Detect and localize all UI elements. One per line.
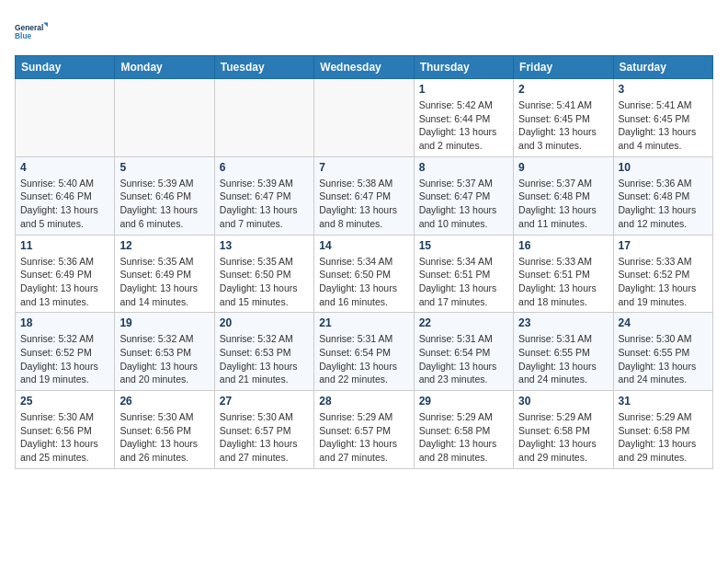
day-info: Sunrise: 5:30 AMSunset: 6:57 PMDaylight:… (220, 410, 309, 465)
day-info: Sunrise: 5:30 AMSunset: 6:55 PMDaylight:… (619, 332, 708, 386)
calendar-cell: 26Sunrise: 5:30 AMSunset: 6:56 PMDayligh… (115, 391, 214, 469)
day-number: 4 (20, 161, 109, 174)
day-info: Sunrise: 5:31 AMSunset: 6:55 PMDaylight:… (518, 332, 608, 386)
calendar-cell: 24Sunrise: 5:30 AMSunset: 6:55 PMDayligh… (613, 313, 712, 391)
day-info: Sunrise: 5:39 AMSunset: 6:46 PMDaylight:… (119, 177, 209, 231)
calendar-cell: 13Sunrise: 5:35 AMSunset: 6:50 PMDayligh… (214, 235, 313, 313)
day-number: 8 (419, 161, 508, 174)
day-number: 7 (319, 161, 408, 174)
weekday-header-row: SundayMondayTuesdayWednesdayThursdayFrid… (16, 56, 713, 79)
svg-marker-2 (43, 22, 48, 27)
calendar-cell: 9Sunrise: 5:37 AMSunset: 6:48 PMDaylight… (514, 156, 613, 235)
calendar-cell (214, 79, 313, 157)
day-number: 2 (518, 83, 608, 96)
weekday-header: Tuesday (214, 56, 313, 79)
calendar-cell: 21Sunrise: 5:31 AMSunset: 6:54 PMDayligh… (314, 313, 414, 391)
calendar-cell: 4Sunrise: 5:40 AMSunset: 6:46 PMDaylight… (16, 156, 115, 235)
calendar-cell: 3Sunrise: 5:41 AMSunset: 6:45 PMDaylight… (613, 79, 712, 157)
day-info: Sunrise: 5:33 AMSunset: 6:52 PMDaylight:… (619, 255, 708, 309)
day-number: 1 (419, 83, 508, 96)
day-number: 5 (119, 161, 209, 174)
day-number: 18 (20, 316, 109, 329)
day-info: Sunrise: 5:32 AMSunset: 6:52 PMDaylight:… (20, 332, 109, 386)
calendar-cell: 2Sunrise: 5:41 AMSunset: 6:45 PMDaylight… (514, 79, 613, 157)
day-number: 26 (119, 395, 209, 408)
calendar-cell: 11Sunrise: 5:36 AMSunset: 6:49 PMDayligh… (16, 235, 115, 313)
day-number: 13 (220, 239, 309, 252)
calendar-cell: 1Sunrise: 5:42 AMSunset: 6:44 PMDaylight… (414, 79, 513, 157)
calendar-cell: 28Sunrise: 5:29 AMSunset: 6:57 PMDayligh… (314, 391, 414, 469)
day-info: Sunrise: 5:36 AMSunset: 6:48 PMDaylight:… (619, 177, 708, 231)
day-info: Sunrise: 5:33 AMSunset: 6:51 PMDaylight:… (518, 255, 608, 309)
day-number: 6 (220, 161, 309, 174)
calendar-cell: 8Sunrise: 5:37 AMSunset: 6:47 PMDaylight… (414, 156, 513, 235)
day-info: Sunrise: 5:41 AMSunset: 6:45 PMDaylight:… (619, 98, 708, 153)
day-info: Sunrise: 5:42 AMSunset: 6:44 PMDaylight:… (419, 98, 508, 153)
day-number: 15 (419, 239, 508, 252)
day-info: Sunrise: 5:34 AMSunset: 6:50 PMDaylight:… (319, 255, 408, 309)
calendar-cell: 17Sunrise: 5:33 AMSunset: 6:52 PMDayligh… (613, 235, 712, 313)
day-number: 21 (319, 316, 408, 329)
calendar-week-row: 1Sunrise: 5:42 AMSunset: 6:44 PMDaylight… (16, 79, 713, 157)
day-info: Sunrise: 5:35 AMSunset: 6:49 PMDaylight:… (119, 255, 209, 309)
weekday-header: Sunday (16, 56, 115, 79)
day-number: 17 (619, 239, 708, 252)
calendar-week-row: 18Sunrise: 5:32 AMSunset: 6:52 PMDayligh… (16, 313, 713, 391)
calendar-cell: 12Sunrise: 5:35 AMSunset: 6:49 PMDayligh… (115, 235, 214, 313)
day-info: Sunrise: 5:37 AMSunset: 6:47 PMDaylight:… (419, 177, 508, 231)
day-number: 14 (319, 239, 408, 252)
calendar-week-row: 11Sunrise: 5:36 AMSunset: 6:49 PMDayligh… (16, 235, 713, 313)
calendar-cell: 25Sunrise: 5:30 AMSunset: 6:56 PMDayligh… (16, 391, 115, 469)
svg-text:General: General (15, 23, 43, 32)
calendar-cell: 19Sunrise: 5:32 AMSunset: 6:53 PMDayligh… (115, 313, 214, 391)
day-info: Sunrise: 5:35 AMSunset: 6:50 PMDaylight:… (220, 255, 309, 309)
calendar-cell: 22Sunrise: 5:31 AMSunset: 6:54 PMDayligh… (414, 313, 513, 391)
day-number: 9 (518, 161, 608, 174)
day-number: 28 (319, 395, 408, 408)
calendar-cell: 5Sunrise: 5:39 AMSunset: 6:46 PMDaylight… (115, 156, 214, 235)
day-number: 23 (518, 316, 608, 329)
calendar-week-row: 25Sunrise: 5:30 AMSunset: 6:56 PMDayligh… (16, 391, 713, 469)
day-number: 3 (619, 83, 708, 96)
logo: General Blue (15, 15, 48, 48)
calendar-week-row: 4Sunrise: 5:40 AMSunset: 6:46 PMDaylight… (16, 156, 713, 235)
day-number: 24 (619, 316, 708, 329)
calendar-table: SundayMondayTuesdayWednesdayThursdayFrid… (15, 55, 713, 469)
calendar-cell: 29Sunrise: 5:29 AMSunset: 6:58 PMDayligh… (414, 391, 513, 469)
day-info: Sunrise: 5:29 AMSunset: 6:57 PMDaylight:… (319, 410, 408, 465)
day-info: Sunrise: 5:30 AMSunset: 6:56 PMDaylight:… (20, 410, 109, 465)
day-number: 19 (119, 316, 209, 329)
weekday-header: Monday (115, 56, 214, 79)
calendar-cell (314, 79, 414, 157)
svg-text:Blue: Blue (15, 31, 32, 40)
day-info: Sunrise: 5:37 AMSunset: 6:48 PMDaylight:… (518, 177, 608, 231)
calendar-cell: 27Sunrise: 5:30 AMSunset: 6:57 PMDayligh… (214, 391, 313, 469)
weekday-header: Wednesday (314, 56, 414, 79)
day-number: 25 (20, 395, 109, 408)
calendar-cell: 30Sunrise: 5:29 AMSunset: 6:58 PMDayligh… (514, 391, 613, 469)
logo-svg: General Blue (15, 15, 48, 48)
day-info: Sunrise: 5:36 AMSunset: 6:49 PMDaylight:… (20, 255, 109, 309)
day-info: Sunrise: 5:32 AMSunset: 6:53 PMDaylight:… (119, 332, 209, 386)
day-number: 29 (419, 395, 508, 408)
day-number: 11 (20, 239, 109, 252)
day-info: Sunrise: 5:29 AMSunset: 6:58 PMDaylight:… (619, 410, 708, 465)
day-info: Sunrise: 5:38 AMSunset: 6:47 PMDaylight:… (319, 177, 408, 231)
day-info: Sunrise: 5:29 AMSunset: 6:58 PMDaylight:… (419, 410, 508, 465)
weekday-header: Friday (514, 56, 613, 79)
day-info: Sunrise: 5:31 AMSunset: 6:54 PMDaylight:… (419, 332, 508, 386)
day-number: 27 (220, 395, 309, 408)
calendar-cell: 18Sunrise: 5:32 AMSunset: 6:52 PMDayligh… (16, 313, 115, 391)
day-info: Sunrise: 5:41 AMSunset: 6:45 PMDaylight:… (518, 98, 608, 153)
page-header: General Blue (15, 15, 713, 48)
day-info: Sunrise: 5:29 AMSunset: 6:58 PMDaylight:… (518, 410, 608, 465)
day-info: Sunrise: 5:32 AMSunset: 6:53 PMDaylight:… (220, 332, 309, 386)
day-number: 30 (518, 395, 608, 408)
day-number: 20 (220, 316, 309, 329)
day-number: 31 (619, 395, 708, 408)
calendar-cell: 31Sunrise: 5:29 AMSunset: 6:58 PMDayligh… (613, 391, 712, 469)
calendar-cell (115, 79, 214, 157)
day-number: 12 (119, 239, 209, 252)
day-number: 16 (518, 239, 608, 252)
calendar-cell: 10Sunrise: 5:36 AMSunset: 6:48 PMDayligh… (613, 156, 712, 235)
